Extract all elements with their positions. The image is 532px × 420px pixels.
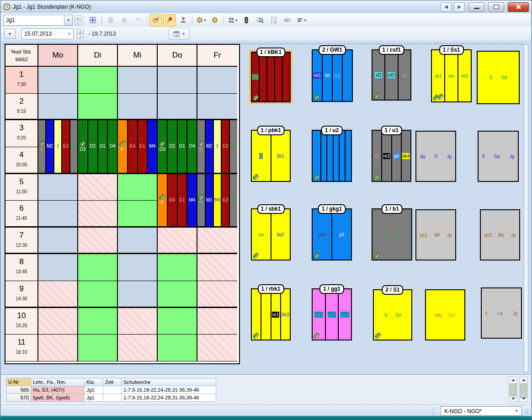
card-column[interactable]: sk2	[458, 50, 471, 101]
card-tab[interactable]: 2 / S1	[382, 285, 403, 295]
lesson-card-1-gg1[interactable]: gg3gg2gg11 / gg1	[312, 288, 352, 340]
card-column[interactable]: gk4	[313, 209, 332, 260]
lesson-card[interactable]: ifGaJg	[478, 131, 519, 182]
card-column[interactable]: c1	[399, 50, 410, 100]
scroll-down-icon[interactable]	[522, 398, 526, 400]
toolbar-button-teachers-menu-icon[interactable]: ▾	[226, 14, 239, 27]
lesson-card-1-gkg1[interactable]: gk4g31 / gkg1	[312, 208, 352, 261]
spin-up-icon[interactable]: ▲	[77, 29, 84, 34]
card-column[interactable]	[343, 50, 352, 101]
table-cell[interactable]	[103, 394, 122, 402]
cards-scrollbar-track[interactable]	[524, 44, 528, 372]
card-tab[interactable]: 1 / csf1	[378, 45, 404, 55]
lesson-card[interactable]: liLaJg	[481, 287, 522, 339]
card-column[interactable]	[275, 53, 283, 101]
table-cell[interactable]: 1-7,9-15,18-22,24-28,31-36,39-46	[122, 386, 216, 394]
toolbar-button-student-icon[interactable]	[177, 14, 190, 27]
card-tab[interactable]: 1 / pbk1	[257, 126, 285, 135]
period-dropdown-button[interactable]: ▼	[4, 29, 16, 39]
spin-down-icon[interactable]: ▼	[77, 34, 84, 39]
lesson-card[interactable]: ps1MfJg	[415, 209, 456, 261]
card-column[interactable]: g4	[392, 131, 402, 181]
toolbar-button-settings-icon[interactable]	[208, 14, 221, 27]
lesson-card-2-gw1[interactable]: M3WiGg2 / GW1	[312, 49, 353, 102]
card-column[interactable]: gg3	[313, 289, 326, 340]
card-tab[interactable]: 1 / u1	[381, 126, 402, 135]
minimize-button[interactable]	[468, 2, 484, 12]
card-tab[interactable]: 1 / Ss1	[439, 45, 463, 55]
toolbar-button-arrange-windows-icon[interactable]	[86, 14, 99, 27]
lesson-card-1-kbk1[interactable]: B21 / kBK1	[251, 52, 291, 102]
card-column[interactable]: bk2	[271, 209, 290, 260]
lesson-card-2-s1[interactable]: SSd2 / S1	[373, 289, 412, 340]
school-selector-combobox[interactable]: K-NGO - NGO* ▼	[441, 406, 522, 416]
card-column[interactable]	[260, 53, 267, 101]
lesson-card-1-ss1[interactable]: sk1smsk21 / Ss1	[431, 49, 472, 102]
card-column[interactable]: M3	[313, 50, 323, 101]
close-button[interactable]	[508, 2, 529, 12]
table-cell[interactable]: Jg1	[85, 386, 103, 394]
card-tab[interactable]: 1 / sbk1	[257, 204, 284, 214]
table-header-kla-[interactable]: Kla.	[85, 378, 103, 386]
table-cell[interactable]: 566	[6, 386, 31, 394]
table-cell[interactable]: 1-7,9-15,18-22,24-28,31-36,39-46	[122, 394, 216, 402]
table-cell[interactable]: Hu, E3, (407r)	[31, 386, 85, 394]
table-cell[interactable]: Jg1	[85, 394, 103, 402]
lesson-card-1-csf1[interactable]: sf2sf2c11 / csf1	[372, 49, 411, 101]
card-column[interactable]: sw	[252, 209, 271, 260]
class-selector-combobox[interactable]: Jg1 ▼	[3, 15, 73, 26]
card-tab[interactable]: 1 / u2	[321, 126, 343, 135]
dropdown-arrow-icon[interactable]: ▾	[204, 18, 206, 22]
card-column[interactable]: gg1	[339, 289, 351, 340]
lesson-card-1-rbk1[interactable]: re1bk31 / rbk1	[251, 288, 291, 340]
card-column[interactable]	[327, 131, 333, 181]
card-column[interactable]	[334, 131, 340, 181]
card-column[interactable]: re1	[271, 289, 281, 340]
spin-down-icon[interactable]: ▼	[74, 20, 81, 25]
dropdown-arrow-icon[interactable]: ▾	[304, 18, 306, 22]
card-column[interactable]: sf2	[372, 50, 385, 100]
card-column[interactable]: g3	[332, 209, 351, 260]
card-tab[interactable]: 1 / kBK1	[256, 48, 285, 57]
calendar-dropdown-arrow-icon[interactable]: ▼	[182, 32, 186, 36]
card-tab[interactable]: 2 / GW1	[319, 45, 346, 55]
lesson-card-1-u1[interactable]: c2re3g4bk41 / u1	[372, 130, 411, 182]
lesson-card[interactable]: ps2MzJg	[480, 209, 520, 261]
card-column[interactable]	[267, 53, 275, 101]
lesson-row[interactable]: 566Hu, E3, (407r)Jg11-7,9-15,18-22,24-28…	[6, 386, 216, 394]
card-tab[interactable]: 1 / gg1	[319, 284, 344, 294]
card-column[interactable]: p	[252, 131, 271, 181]
card-column[interactable]: re3	[382, 131, 392, 181]
toolbar-button-door-icon[interactable]	[104, 14, 117, 27]
lesson-card-1-sbk1[interactable]: swbk21 / sbk1	[251, 208, 291, 261]
nav-forward-button[interactable]: ▶	[454, 2, 465, 12]
card-column[interactable]	[252, 289, 261, 340]
class-spinner[interactable]: ▲ ▼	[74, 15, 81, 25]
lesson-row[interactable]: 570Igw6, BK, (Igw6)Jg11-7,9-15,18-22,24-…	[6, 394, 216, 402]
toolbar-button-undo-icon[interactable]	[132, 14, 144, 27]
date-spinner[interactable]: ▲ ▼	[77, 29, 84, 39]
card-tab[interactable]: 1 / rbk1	[257, 284, 284, 294]
toolbar-button-couplings-icon[interactable]	[281, 14, 294, 27]
lesson-card-1-pbk1[interactable]: pbk11 / pbk1	[251, 130, 291, 182]
detail-scrollbar[interactable]	[509, 377, 517, 402]
card-column[interactable]: sm	[445, 50, 458, 101]
card-tab[interactable]: 1 / b1	[381, 204, 403, 214]
combo-dropdown-arrow-icon[interactable]: ▼	[64, 15, 72, 25]
date-chevron-icon[interactable]: ▼	[65, 29, 73, 39]
card-tab[interactable]: 1 / gkg1	[318, 204, 346, 214]
scroll-up-icon[interactable]	[522, 379, 526, 381]
table-header-zeit[interactable]: Zeit	[103, 378, 122, 386]
card-column[interactable]	[283, 53, 290, 101]
table-cell[interactable]: 570	[6, 394, 31, 402]
toolbar-button-diagnosis-traffic-light-icon[interactable]	[240, 14, 253, 27]
nav-back-button[interactable]: ◀	[441, 2, 452, 12]
dropdown-arrow-icon[interactable]: ▾	[235, 18, 237, 22]
toolbar-button-report-icon[interactable]	[267, 14, 280, 27]
table-header-schulwoche[interactable]: Schulwoche	[122, 378, 216, 386]
restore-button[interactable]	[488, 2, 504, 12]
lesson-card-1-b1[interactable]: bSe1 / b1	[372, 208, 412, 261]
table-cell[interactable]	[103, 386, 122, 394]
scrollbar-thumb[interactable]	[510, 383, 516, 396]
card-column[interactable]	[346, 131, 351, 181]
